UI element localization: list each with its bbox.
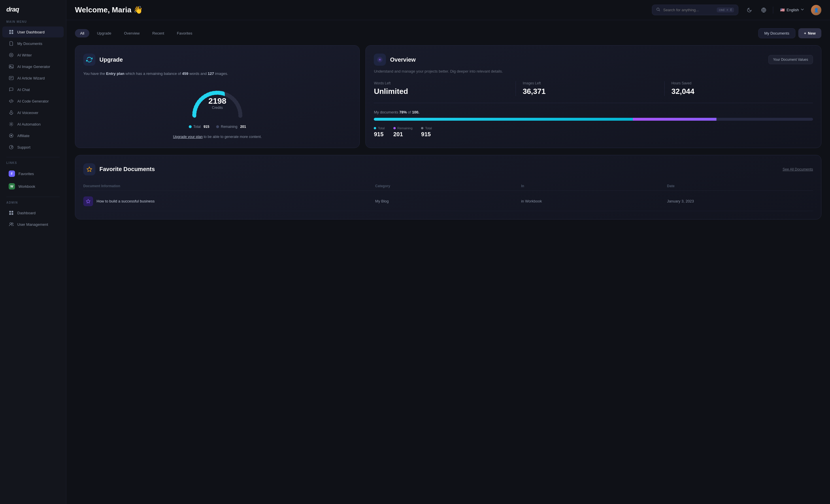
legend-remaining-value: 201 — [241, 125, 246, 129]
search-input[interactable] — [663, 8, 714, 12]
prog-legend-total2-value: 915 — [421, 131, 432, 138]
search-shortcut: cmd + E — [717, 7, 734, 12]
svg-rect-6 — [9, 65, 13, 68]
svg-rect-1 — [11, 30, 13, 32]
svg-point-20 — [10, 223, 11, 224]
doc-info: How to build a successful business — [83, 196, 375, 206]
code-icon — [9, 99, 14, 104]
globe-icon-btn[interactable] — [759, 5, 769, 15]
doc-in: in Workbook — [521, 199, 667, 203]
cards-row: Upgrade You have the Entry plan which ha… — [75, 45, 821, 148]
credits-value: 2198 — [209, 97, 226, 106]
see-all-documents-link[interactable]: See All Documents — [783, 167, 813, 171]
filter-tab-favorites[interactable]: Favorites — [172, 29, 197, 37]
sidebar-item-my-documents[interactable]: My Documents — [2, 38, 64, 49]
stat-images-left: Images Left 36,371 — [523, 81, 665, 96]
sidebar-item-label: Support — [17, 145, 31, 149]
filter-tab-all[interactable]: All — [75, 29, 89, 37]
prog-legend-total2-label: Total — [425, 127, 432, 130]
prog-legend-total2: Total 915 — [421, 127, 432, 138]
sidebar-item-affiliate[interactable]: Affiliate — [2, 130, 64, 141]
svg-point-5 — [11, 55, 12, 56]
table-row[interactable]: How to build a successful business My Bl… — [83, 192, 813, 211]
search-bar[interactable]: cmd + E — [652, 5, 738, 15]
sidebar-item-ai-code-generator[interactable]: AI Code Generator — [2, 96, 64, 107]
app-logo: draq — [0, 6, 66, 20]
sidebar-item-label: Affiliate — [17, 134, 29, 138]
my-documents-button[interactable]: My Documents — [758, 28, 795, 38]
wand-icon — [9, 75, 14, 81]
dark-mode-toggle[interactable] — [744, 5, 755, 15]
progress-purple — [633, 118, 716, 121]
sidebar-item-ai-image-generator[interactable]: AI Image Generator — [2, 61, 64, 72]
fav-header: Favorite Documents See All Documents — [83, 163, 813, 175]
remaining-dot — [216, 125, 219, 128]
new-button[interactable]: + New — [798, 28, 821, 38]
filter-tab-overview[interactable]: Overview — [119, 29, 145, 37]
col-doc-info: Document Information — [83, 184, 375, 188]
main-content: Welcome, Maria 👋 cmd + E 🇺🇸 English — [66, 0, 830, 504]
table-header: Document Information Category In Date — [83, 182, 813, 191]
doc-values-button[interactable]: Your Document Values — [768, 55, 813, 64]
chat-icon — [9, 87, 14, 92]
sidebar-divider-admin — [6, 197, 60, 197]
svg-point-14 — [11, 135, 12, 136]
file-icon — [9, 41, 14, 46]
prog-legend-remaining-value: 201 — [393, 131, 413, 138]
sidebar-item-ai-automation[interactable]: AI Automation — [2, 119, 64, 130]
svg-rect-17 — [11, 211, 13, 212]
sidebar-item-ai-writer[interactable]: AI Writer — [2, 49, 64, 61]
overview-subtitle: Understand and manage your projects bett… — [374, 69, 813, 74]
credits-display: 2198 Credits — [209, 97, 226, 110]
language-selector[interactable]: 🇺🇸 English — [777, 6, 807, 14]
overview-card: Overview Your Document Values Understand… — [365, 45, 821, 148]
stats-row: Words Left Unlimited Images Left 36,371 … — [374, 81, 813, 103]
sidebar-item-user-dashboard[interactable]: User Dashboard — [2, 27, 64, 37]
stat-hours-saved: Hours Saved 32,044 — [671, 81, 813, 96]
col-category: Category — [375, 184, 521, 188]
fav-title-group: Favorite Documents — [83, 163, 155, 175]
filter-bar: All Upgrade Overview Recent Favorites My… — [75, 28, 821, 38]
filter-tab-upgrade[interactable]: Upgrade — [92, 29, 117, 37]
header: Welcome, Maria 👋 cmd + E 🇺🇸 English — [66, 0, 830, 20]
svg-rect-3 — [11, 32, 13, 34]
legend-remaining-label: Remaining — [221, 125, 237, 129]
sidebar-divider-links — [6, 157, 60, 157]
sidebar-item-label: AI Automation — [17, 122, 41, 127]
svg-point-26 — [380, 59, 380, 60]
prog-legend-total-value: 915 — [374, 131, 384, 138]
prog-legend-remaining-label: Remaining — [397, 127, 413, 130]
search-icon — [656, 7, 660, 12]
sidebar-item-workbook[interactable]: W Workbook — [2, 180, 64, 192]
upgrade-card-icon — [83, 54, 95, 66]
words-left-value: Unlimited — [374, 87, 508, 96]
favorites-badge: F — [9, 170, 15, 177]
docs-progress-label: My documents 78% of 100. — [374, 110, 813, 114]
upgrade-plan-link[interactable]: Upgrade your plan — [173, 135, 202, 139]
avatar[interactable]: 👤 — [811, 5, 821, 15]
doc-icon — [83, 196, 93, 206]
col-in: In — [521, 184, 667, 188]
fav-section-icon — [83, 163, 95, 175]
svg-point-21 — [12, 223, 13, 224]
favorite-documents-section: Favorite Documents See All Documents Doc… — [75, 155, 821, 220]
affiliate-icon — [9, 133, 14, 138]
svg-point-12 — [11, 124, 12, 125]
sidebar-item-support[interactable]: Support — [2, 142, 64, 153]
fav-section-title: Favorite Documents — [99, 166, 155, 172]
sidebar-item-ai-chat[interactable]: AI Chat — [2, 84, 64, 95]
overview-card-icon — [374, 54, 386, 66]
sidebar-item-admin-dashboard[interactable]: Dashboard — [2, 207, 64, 218]
images-left-label: Images Left — [523, 81, 658, 85]
purple-dot — [393, 127, 396, 129]
sidebar-item-user-management[interactable]: User Management — [2, 219, 64, 230]
filter-tab-recent[interactable]: Recent — [147, 29, 169, 37]
sidebar-item-ai-article-wizard[interactable]: AI Article Wizard — [2, 73, 64, 83]
sidebar-item-favorites[interactable]: F Favorites — [2, 168, 64, 180]
page-content: All Upgrade Overview Recent Favorites My… — [66, 20, 830, 504]
progress-bar — [374, 118, 813, 121]
sidebar-item-label: AI Voiceover — [17, 110, 38, 115]
svg-marker-29 — [87, 167, 92, 171]
svg-line-23 — [659, 10, 660, 11]
sidebar-item-ai-voiceover[interactable]: AI Voiceover — [2, 107, 64, 118]
